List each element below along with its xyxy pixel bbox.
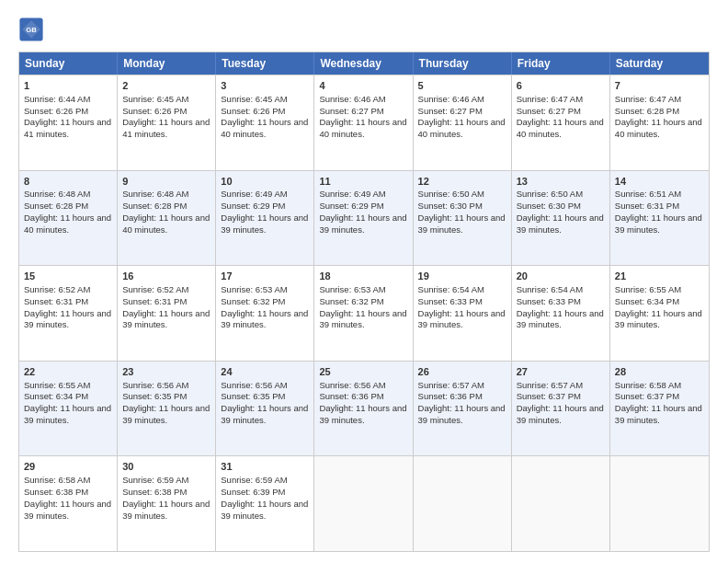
sunset-label: Sunset: 6:38 PM	[122, 487, 187, 497]
day-cell-31: 31 Sunrise: 6:59 AM Sunset: 6:39 PM Dayl…	[216, 456, 314, 551]
sunrise-label: Sunrise: 6:46 AM	[319, 94, 385, 104]
empty-cell	[314, 456, 413, 551]
day-number: 7	[615, 79, 704, 93]
daylight-label: Daylight: 11 hours and 39 minutes.	[319, 308, 406, 330]
week-row-4: 22 Sunrise: 6:55 AM Sunset: 6:34 PM Dayl…	[19, 361, 709, 456]
sunrise-label: Sunrise: 6:55 AM	[24, 380, 90, 390]
logo-icon: GB	[18, 17, 44, 42]
daylight-label: Daylight: 11 hours and 39 minutes.	[221, 499, 308, 521]
daylight-label: Daylight: 11 hours and 39 minutes.	[221, 308, 308, 330]
daylight-label: Daylight: 11 hours and 39 minutes.	[24, 403, 111, 425]
sunset-label: Sunset: 6:29 PM	[319, 201, 383, 211]
daylight-label: Daylight: 11 hours and 39 minutes.	[221, 403, 308, 425]
daylight-label: Daylight: 11 hours and 39 minutes.	[319, 403, 406, 425]
sunset-label: Sunset: 6:27 PM	[319, 106, 383, 116]
col-sunday: Sunday	[19, 52, 118, 75]
day-number: 30	[122, 460, 210, 474]
day-number: 1	[24, 79, 112, 93]
daylight-label: Daylight: 11 hours and 39 minutes.	[517, 403, 604, 425]
day-number: 20	[517, 270, 605, 283]
day-number: 11	[319, 175, 407, 189]
day-number: 24	[221, 365, 309, 379]
sunrise-label: Sunrise: 6:51 AM	[615, 189, 681, 199]
col-monday: Monday	[118, 52, 216, 75]
sunrise-label: Sunrise: 6:49 AM	[221, 189, 287, 199]
daylight-label: Daylight: 11 hours and 39 minutes.	[418, 403, 506, 425]
day-cell-24: 24 Sunrise: 6:56 AM Sunset: 6:35 PM Dayl…	[216, 362, 314, 456]
week-row-5: 29 Sunrise: 6:58 AM Sunset: 6:38 PM Dayl…	[19, 455, 709, 551]
day-cell-10: 10 Sunrise: 6:49 AM Sunset: 6:29 PM Dayl…	[216, 171, 314, 266]
sunset-label: Sunset: 6:39 PM	[221, 487, 285, 497]
daylight-label: Daylight: 11 hours and 40 minutes.	[221, 117, 308, 139]
sunset-label: Sunset: 6:34 PM	[615, 296, 679, 306]
day-number: 3	[221, 79, 309, 93]
day-cell-20: 20 Sunrise: 6:54 AM Sunset: 6:33 PM Dayl…	[512, 266, 610, 361]
day-cell-25: 25 Sunrise: 6:56 AM Sunset: 6:36 PM Dayl…	[314, 362, 413, 456]
daylight-label: Daylight: 11 hours and 39 minutes.	[615, 403, 702, 425]
daylight-label: Daylight: 11 hours and 40 minutes.	[517, 117, 604, 139]
col-friday: Friday	[512, 52, 610, 75]
sunrise-label: Sunrise: 6:48 AM	[122, 189, 188, 199]
day-number: 28	[615, 365, 704, 379]
day-cell-18: 18 Sunrise: 6:53 AM Sunset: 6:32 PM Dayl…	[314, 266, 413, 361]
day-cell-1: 1 Sunrise: 6:44 AM Sunset: 6:26 PM Dayli…	[19, 75, 118, 170]
sunset-label: Sunset: 6:31 PM	[122, 296, 187, 306]
sunrise-label: Sunrise: 6:50 AM	[517, 189, 583, 199]
daylight-label: Daylight: 11 hours and 39 minutes.	[221, 213, 308, 235]
day-cell-26: 26 Sunrise: 6:57 AM Sunset: 6:36 PM Dayl…	[414, 362, 512, 456]
calendar-header: Sunday Monday Tuesday Wednesday Thursday…	[19, 52, 709, 75]
day-number: 16	[122, 270, 210, 283]
sunrise-label: Sunrise: 6:57 AM	[517, 380, 583, 390]
col-saturday: Saturday	[610, 52, 709, 75]
day-cell-5: 5 Sunrise: 6:46 AM Sunset: 6:27 PM Dayli…	[414, 75, 512, 170]
day-number: 9	[122, 175, 210, 189]
header: GB	[18, 17, 710, 42]
daylight-label: Daylight: 11 hours and 39 minutes.	[122, 499, 210, 521]
sunset-label: Sunset: 6:27 PM	[418, 106, 483, 116]
sunrise-label: Sunrise: 6:54 AM	[517, 284, 583, 294]
day-number: 31	[221, 460, 309, 474]
day-cell-9: 9 Sunrise: 6:48 AM Sunset: 6:28 PM Dayli…	[118, 171, 216, 266]
day-cell-14: 14 Sunrise: 6:51 AM Sunset: 6:31 PM Dayl…	[610, 171, 709, 266]
day-number: 14	[615, 175, 704, 189]
sunset-label: Sunset: 6:37 PM	[517, 391, 581, 401]
sunset-label: Sunset: 6:30 PM	[517, 201, 581, 211]
sunrise-label: Sunrise: 6:47 AM	[615, 94, 681, 104]
day-cell-11: 11 Sunrise: 6:49 AM Sunset: 6:29 PM Dayl…	[314, 171, 413, 266]
day-number: 17	[221, 270, 309, 283]
sunrise-label: Sunrise: 6:58 AM	[24, 475, 90, 485]
sunset-label: Sunset: 6:28 PM	[24, 201, 88, 211]
day-cell-16: 16 Sunrise: 6:52 AM Sunset: 6:31 PM Dayl…	[118, 266, 216, 361]
sunset-label: Sunset: 6:28 PM	[615, 106, 679, 116]
daylight-label: Daylight: 11 hours and 39 minutes.	[517, 308, 604, 330]
day-number: 23	[122, 365, 210, 379]
col-thursday: Thursday	[414, 52, 512, 75]
empty-cell	[512, 456, 610, 551]
empty-cell	[610, 456, 709, 551]
sunrise-label: Sunrise: 6:55 AM	[615, 284, 681, 294]
week-row-2: 8 Sunrise: 6:48 AM Sunset: 6:28 PM Dayli…	[19, 170, 709, 266]
sunset-label: Sunset: 6:35 PM	[221, 391, 285, 401]
day-number: 18	[319, 270, 407, 283]
sunrise-label: Sunrise: 6:45 AM	[221, 94, 287, 104]
sunset-label: Sunset: 6:30 PM	[418, 201, 483, 211]
sunset-label: Sunset: 6:35 PM	[122, 391, 187, 401]
daylight-label: Daylight: 11 hours and 41 minutes.	[122, 117, 210, 139]
day-cell-3: 3 Sunrise: 6:45 AM Sunset: 6:26 PM Dayli…	[216, 75, 314, 170]
sunset-label: Sunset: 6:37 PM	[615, 391, 679, 401]
sunset-label: Sunset: 6:31 PM	[24, 296, 88, 306]
sunrise-label: Sunrise: 6:58 AM	[615, 380, 681, 390]
sunset-label: Sunset: 6:32 PM	[319, 296, 383, 306]
day-number: 2	[122, 79, 210, 93]
week-row-3: 15 Sunrise: 6:52 AM Sunset: 6:31 PM Dayl…	[19, 265, 709, 361]
daylight-label: Daylight: 11 hours and 39 minutes.	[615, 308, 702, 330]
daylight-label: Daylight: 11 hours and 39 minutes.	[418, 308, 506, 330]
sunrise-label: Sunrise: 6:57 AM	[418, 380, 484, 390]
day-number: 26	[418, 365, 506, 379]
sunset-label: Sunset: 6:31 PM	[615, 201, 679, 211]
day-cell-17: 17 Sunrise: 6:53 AM Sunset: 6:32 PM Dayl…	[216, 266, 314, 361]
daylight-label: Daylight: 11 hours and 40 minutes.	[24, 213, 111, 235]
sunrise-label: Sunrise: 6:50 AM	[418, 189, 484, 199]
daylight-label: Daylight: 11 hours and 39 minutes.	[122, 403, 210, 425]
daylight-label: Daylight: 11 hours and 39 minutes.	[122, 308, 210, 330]
